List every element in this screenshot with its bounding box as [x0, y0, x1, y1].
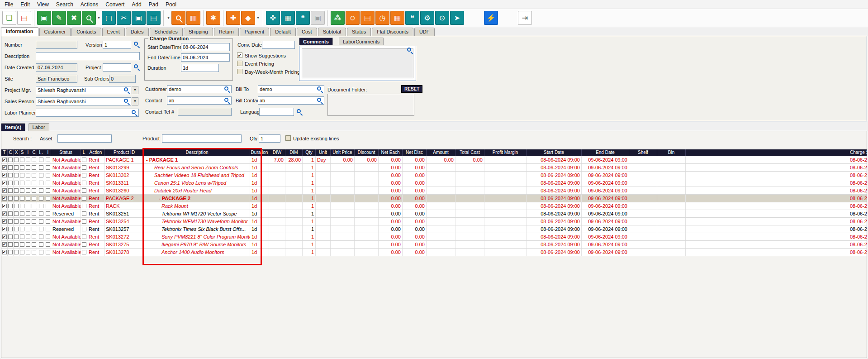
row-selected-checkbox[interactable]: ✔ [2, 158, 7, 162]
row-checkbox[interactable] [82, 250, 86, 254]
table-row[interactable]: ✔Not AvailableRentSK013260Datatek 20xl R… [1, 187, 867, 195]
paste-icon[interactable]: ▤ [147, 11, 161, 25]
cell-t[interactable]: ✔ [1, 225, 8, 233]
cell-i1[interactable] [25, 249, 31, 256]
cell-c2[interactable] [31, 187, 37, 194]
cell-x[interactable] [14, 241, 19, 248]
row-checkbox[interactable] [14, 211, 19, 216]
row-checkbox[interactable] [39, 242, 43, 247]
cell-i2[interactable] [37, 172, 45, 179]
doc-settings-icon[interactable]: ⚙ [420, 11, 434, 25]
row-checkbox[interactable] [20, 173, 24, 177]
cell-i1[interactable] [25, 210, 31, 217]
row-checkbox[interactable] [8, 173, 13, 177]
cell-i2[interactable] [37, 210, 45, 217]
sub-orders-field[interactable] [109, 75, 136, 83]
column-header-diw[interactable]: DIW [269, 149, 285, 156]
cell-s[interactable] [19, 202, 25, 210]
cell-i3[interactable] [45, 233, 51, 240]
package-icon[interactable]: ▥ [186, 11, 200, 25]
cell-s[interactable] [19, 156, 25, 163]
disabled-icon[interactable]: ▣ [311, 11, 325, 25]
row-checkbox[interactable] [82, 196, 86, 201]
row-checkbox[interactable] [46, 204, 50, 208]
cell-l[interactable] [81, 225, 87, 233]
cell-c1[interactable] [8, 218, 14, 225]
row-selected-checkbox[interactable]: ✔ [2, 211, 7, 216]
tab-event[interactable]: Event [102, 28, 125, 36]
cell-s[interactable] [19, 164, 25, 171]
cell-i2[interactable] [37, 187, 45, 194]
table-row[interactable]: ✔Not AvailableRentSK013311Canon 25:1 Vid… [1, 179, 867, 187]
column-header-net_each[interactable]: Net Each [379, 149, 403, 156]
cell-i2[interactable] [37, 164, 45, 171]
cell-i1[interactable] [25, 187, 31, 194]
menu-add[interactable]: Add [128, 0, 145, 9]
row-checkbox[interactable] [8, 196, 13, 201]
row-checkbox[interactable] [46, 250, 50, 254]
column-header-s[interactable]: S [19, 149, 25, 156]
tab-flat-discounts[interactable]: Flat Discounts [372, 28, 413, 36]
row-checkbox[interactable] [82, 242, 86, 247]
row-checkbox[interactable] [14, 158, 19, 162]
cell-c2[interactable] [31, 210, 37, 217]
row-checkbox[interactable] [46, 181, 50, 185]
row-checkbox[interactable] [8, 158, 13, 162]
row-checkbox[interactable] [39, 196, 43, 201]
tab-labor-comments[interactable]: LaborComments [339, 38, 384, 45]
cell-i1[interactable] [25, 164, 31, 171]
cell-l[interactable] [81, 164, 87, 171]
cell-x[interactable] [14, 164, 19, 171]
row-checkbox[interactable] [20, 196, 24, 201]
cell-l[interactable] [81, 195, 87, 202]
cell-i1[interactable] [25, 241, 31, 248]
project-mgr-search-icon[interactable] [124, 87, 131, 94]
cell-x[interactable] [14, 218, 19, 225]
row-checkbox[interactable] [82, 211, 86, 216]
cell-s[interactable] [19, 172, 25, 179]
customer-search-icon[interactable] [224, 86, 231, 93]
end-datetime-field[interactable] [181, 53, 230, 62]
row-checkbox[interactable] [26, 250, 30, 254]
comments-textarea[interactable] [302, 48, 413, 78]
cart-icon[interactable]: ◆ [241, 11, 255, 25]
row-checkbox[interactable] [39, 165, 43, 170]
menu-view[interactable]: View [33, 0, 52, 9]
cell-t[interactable]: ✔ [1, 156, 8, 163]
row-checkbox[interactable] [82, 165, 86, 170]
cell-c2[interactable] [31, 241, 37, 248]
menu-pad[interactable]: Pad [145, 0, 162, 9]
column-header-net_disc[interactable]: Net Disc [403, 149, 427, 156]
row-checkbox[interactable] [46, 242, 50, 247]
column-header-end_date[interactable]: End Date [582, 149, 629, 156]
labor-planner-search-icon[interactable] [132, 110, 138, 117]
history-clock-icon[interactable]: ◷ [375, 11, 389, 25]
row-selected-checkbox[interactable]: ✔ [2, 188, 7, 193]
copy-icon[interactable]: ▣ [132, 11, 146, 25]
row-checkbox[interactable] [82, 235, 86, 239]
cell-x[interactable] [14, 233, 19, 240]
cell-i3[interactable] [45, 195, 51, 202]
cell-c1[interactable] [8, 241, 14, 248]
column-header-c1[interactable]: C [8, 149, 14, 156]
table-row[interactable]: ✔Not AvailableRentPACKAGE 1- PACKAGE 11d… [1, 156, 867, 164]
table-row[interactable]: ✔Not AvailableRentSK013302Sachtler Videe… [1, 172, 867, 179]
menu-search[interactable]: Search [52, 0, 77, 9]
row-checkbox[interactable] [32, 227, 36, 231]
bill-to-field[interactable] [258, 85, 324, 93]
update-existing-lines-checkbox[interactable] [285, 135, 291, 141]
cell-t[interactable]: ✔ [1, 187, 8, 194]
cell-i2[interactable] [37, 156, 45, 163]
cell-x[interactable] [14, 179, 19, 187]
cell-c1[interactable] [8, 210, 14, 217]
kit-icon[interactable]: ✱ [206, 11, 220, 25]
cell-t[interactable]: ✔ [1, 210, 8, 217]
column-header-l[interactable]: L [81, 149, 87, 156]
row-selected-checkbox[interactable]: ✔ [2, 204, 7, 208]
column-header-x[interactable]: X [14, 149, 19, 156]
row-checkbox[interactable] [14, 204, 19, 208]
cell-c2[interactable] [31, 249, 37, 256]
row-checkbox[interactable] [26, 188, 30, 193]
row-checkbox[interactable] [32, 165, 36, 170]
column-header-i3[interactable]: I [45, 149, 51, 156]
